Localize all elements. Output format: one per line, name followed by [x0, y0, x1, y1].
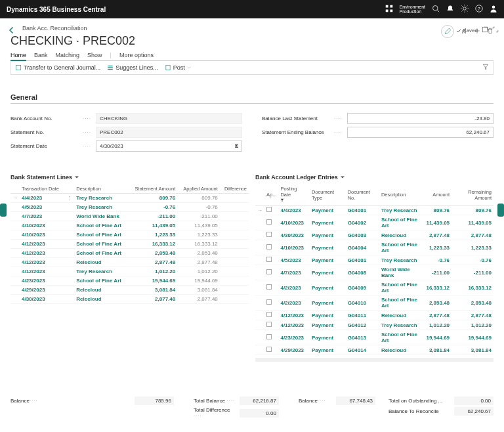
balance-right-value: 67,748.43 — [336, 397, 375, 405]
col-doc-no[interactable]: Document No. — [346, 184, 379, 205]
balance-left-value: 785.96 — [135, 397, 174, 405]
svg-rect-13 — [16, 65, 21, 70]
col-desc[interactable]: Description — [74, 184, 128, 194]
table-row[interactable]: →4/4/2023PaymentG04001Trey Research809.7… — [255, 205, 494, 215]
table-row[interactable]: 4/10/2023School of Fine Art1,223.331,223… — [10, 230, 249, 240]
svg-point-9 — [492, 6, 495, 9]
environment-label: EnvironmentProduction — [400, 5, 425, 14]
table-row[interactable]: 4/23/2023PaymentG04013School of Fine Art… — [255, 330, 494, 345]
right-grid-title[interactable]: Bank Account Ledger Entries — [255, 174, 494, 181]
left-collapse-handle[interactable] — [0, 204, 7, 217]
popout-icon[interactable] — [482, 26, 488, 34]
help-icon[interactable]: ? — [475, 5, 483, 14]
table-row[interactable]: 4/29/2023Relecloud3,081.843,081.84 — [10, 286, 249, 295]
horizontal-scrollbar[interactable] — [255, 358, 494, 362]
transfer-action[interactable]: Transfer to General Journal... — [15, 64, 100, 71]
notifications-icon[interactable] — [446, 5, 454, 14]
table-row[interactable]: 4/7/2023World Wide Bank-211.00-211.00 — [10, 212, 249, 221]
stmt-end-label: Statement Ending Balance — [262, 129, 334, 135]
back-icon[interactable] — [8, 26, 16, 35]
table-row[interactable]: 4/10/2023PaymentG04002School of Fine Art… — [255, 215, 494, 230]
total-outstanding-value: 0.00 — [454, 397, 494, 405]
right-grid: Ap... Posting Date Document Type Documen… — [255, 184, 494, 355]
stmt-no-field[interactable]: PREC002 — [96, 127, 242, 138]
table-row[interactable]: 4/5/2023PaymentG04001Trey Research-0.76-… — [255, 255, 494, 265]
table-row[interactable]: 4/12/2023PaymentG04011Relecloud2,877.482… — [255, 311, 494, 320]
table-row[interactable]: 4/30/2023PaymentG04003Relecloud2,877.482… — [255, 230, 494, 240]
right-collapse-handle[interactable] — [497, 204, 504, 217]
table-row[interactable]: 4/12/2023Relecloud2,877.482,877.48 — [10, 258, 249, 267]
tab-bank[interactable]: Bank — [34, 52, 48, 58]
table-row[interactable]: 4/10/2023School of Fine Art11,439.0511,4… — [10, 221, 249, 230]
table-row[interactable]: 4/29/2023PaymentG04014Relecloud3,081.843… — [255, 345, 494, 355]
table-row[interactable]: 4/30/2023Relecloud2,877.482,877.48 — [10, 295, 249, 304]
calendar-icon[interactable]: 🗓 — [234, 143, 240, 149]
col-remain[interactable]: Remaining Amount — [452, 184, 494, 205]
table-row[interactable]: 4/12/2023School of Fine Art2,853.482,853… — [10, 249, 249, 258]
svg-rect-1 — [390, 5, 392, 8]
left-grid-title[interactable]: Bank Statement Lines — [10, 174, 249, 181]
svg-line-5 — [437, 10, 439, 12]
brand-label: Dynamics 365 Business Central — [7, 6, 106, 13]
total-outstanding-label: Total on Outstanding ... — [388, 398, 442, 404]
saved-indicator: Saved — [456, 28, 478, 33]
breadcrumb: Bank Acc. Reconciliation — [22, 25, 494, 32]
tab-show[interactable]: Show — [87, 52, 102, 58]
table-row[interactable]: 4/2/2023PaymentG04009School of Fine Art1… — [255, 280, 494, 295]
stmt-date-label: Statement Date — [10, 143, 83, 149]
balance-reconcile-value: 62,240.67 — [454, 407, 494, 416]
tab-home[interactable]: Home — [10, 52, 26, 61]
col-desc2[interactable]: Description — [379, 184, 425, 205]
table-row[interactable]: 4/7/2023PaymentG04008World Wide Bank-211… — [255, 265, 494, 280]
filter-icon[interactable] — [482, 64, 489, 72]
bank-no-field[interactable]: CHECKING — [96, 113, 242, 124]
table-row[interactable]: 4/12/2023Trey Research1,012.201,012.20 — [10, 267, 249, 276]
table-row[interactable]: 4/10/2023PaymentG04004School of Fine Art… — [255, 240, 494, 255]
col-doc-type[interactable]: Document Type — [310, 184, 346, 205]
svg-point-4 — [433, 6, 438, 11]
balance-left-label: Balance — [10, 398, 30, 404]
svg-rect-15 — [108, 67, 113, 68]
stmt-no-label: Statement No. — [10, 129, 83, 135]
col-applied-chk[interactable]: Ap... — [264, 184, 278, 205]
general-heading: General — [10, 93, 494, 104]
table-row[interactable]: 4/12/2023PaymentG04012Trey Research1,012… — [255, 320, 494, 330]
col-trans-date[interactable]: Transaction Date — [20, 184, 65, 194]
col-amount[interactable]: Amount — [424, 184, 452, 205]
col-applied[interactable]: Applied Amount — [177, 184, 220, 194]
svg-rect-12 — [482, 27, 488, 32]
stmt-end-field[interactable]: 62,240.67 — [347, 127, 494, 138]
total-diff-label: Total Difference — [194, 407, 230, 413]
col-stmt-amt[interactable]: Statement Amount — [129, 184, 178, 194]
table-row[interactable]: →4/4/2023⋮Trey Research809.76809.76 — [10, 194, 249, 203]
tab-matching[interactable]: Matching — [56, 52, 80, 58]
bank-no-label: Bank Account No. — [10, 116, 83, 121]
svg-rect-17 — [166, 65, 170, 70]
svg-rect-0 — [385, 5, 388, 8]
search-icon[interactable] — [432, 5, 440, 14]
svg-point-6 — [463, 7, 467, 11]
suggest-action[interactable]: Suggest Lines... — [107, 64, 158, 71]
stmt-date-field[interactable]: 4/30/2023🗓 — [96, 140, 242, 152]
total-balance-label: Total Balance — [194, 398, 225, 404]
balance-right-label: Balance — [299, 398, 318, 404]
settings-icon[interactable] — [461, 5, 469, 14]
post-action[interactable]: Post — [165, 64, 191, 71]
grid-icon[interactable] — [385, 5, 393, 14]
tab-more[interactable]: More options — [119, 52, 154, 58]
col-posting-date[interactable]: Posting Date — [278, 184, 309, 205]
table-row[interactable]: 4/2/2023PaymentG04010School of Fine Art2… — [255, 295, 494, 311]
table-row[interactable]: 4/5/2023Trey Research-0.76-0.76 — [10, 203, 249, 212]
bal-last-field[interactable]: -23.80 — [347, 113, 494, 124]
action-bar: Transfer to General Journal... Suggest L… — [10, 61, 494, 75]
table-row[interactable]: 4/23/2023School of Fine Art19,944.6919,9… — [10, 276, 249, 286]
total-balance-value: 62,216.87 — [240, 397, 279, 405]
svg-text:?: ? — [478, 6, 480, 12]
table-row[interactable]: 4/12/2023School of Fine Art16,333.1216,3… — [10, 240, 249, 249]
svg-rect-2 — [385, 10, 388, 12]
edit-icon[interactable] — [441, 25, 454, 38]
user-icon[interactable] — [490, 5, 497, 14]
expand-icon[interactable] — [492, 26, 499, 34]
tab-bar: Home Bank Matching Show | More options — [10, 52, 494, 61]
col-diff[interactable]: Difference — [220, 184, 249, 194]
